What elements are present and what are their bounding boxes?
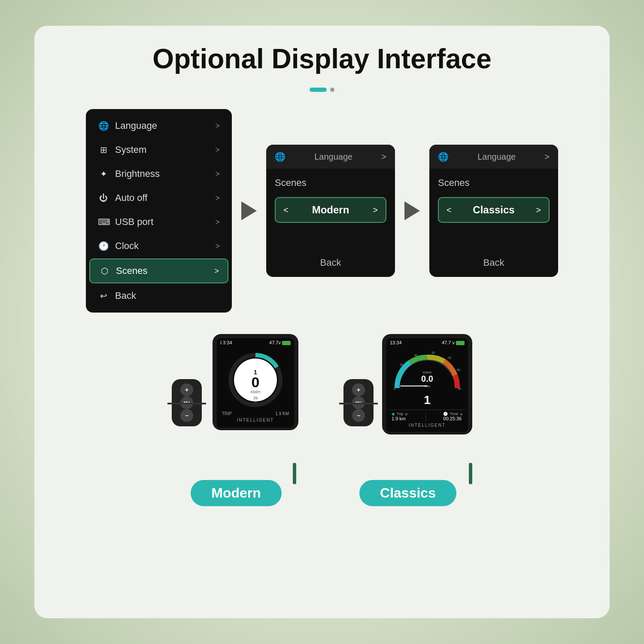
- classics-top-bar: 13:34 47.7 v: [386, 338, 468, 347]
- scene-back-classics[interactable]: Back: [438, 257, 550, 268]
- svg-text:0: 0: [252, 374, 260, 390]
- device-classics-wrapper: + MU − 13:34 47.7 v: [339, 334, 477, 506]
- menu-item-language[interactable]: 🌐 Language >: [89, 114, 228, 137]
- selector-left-arrow-classics: <: [447, 205, 452, 215]
- modern-trip-bar: TRIP 1.9 KM: [219, 410, 292, 418]
- svg-text:W: W: [254, 401, 257, 404]
- svg-text:90: 90: [458, 387, 461, 390]
- menu-item-system[interactable]: ⊞ System >: [89, 138, 228, 161]
- arrow-1: [232, 201, 266, 220]
- system-icon: ⊞: [98, 145, 109, 155]
- badge-modern: Modern: [191, 480, 282, 506]
- scene-header-label-classics: Language: [477, 152, 516, 162]
- brightness-icon: ✦: [98, 169, 109, 179]
- modern-display: 1 0 KM/H 39 W TRIP 1.9 KM: [217, 347, 294, 428]
- svg-text:0.0: 0.0: [421, 374, 433, 383]
- modern-trip-value: 1.9 KM: [275, 411, 289, 416]
- scene-back-modern[interactable]: Back: [275, 257, 386, 268]
- device-modern-wrapper: + MU − I 3:34 47.7v: [167, 334, 305, 506]
- scenes-icon: ⬡: [99, 266, 110, 276]
- device-modern-body: + MU − I 3:34 47.7v: [167, 334, 305, 471]
- modern-unit: I 3:34 47.7v: [206, 334, 305, 471]
- scene-body-classics: Scenes < Classics > Back: [429, 169, 558, 277]
- main-card: Optional Display Interface 🌐 Language > …: [34, 26, 610, 618]
- cable-connector-modern: [293, 463, 296, 484]
- page-title: Optional Display Interface: [60, 43, 584, 75]
- scene-selector-modern[interactable]: < Modern >: [275, 197, 386, 223]
- svg-text:50: 50: [431, 351, 435, 354]
- usb-icon: ⌨: [98, 217, 109, 227]
- gauge-svg: 0 20 40 50 70 80 90 KM/H: [389, 349, 466, 392]
- device-classics-body: + MU − 13:34 47.7 v: [339, 334, 477, 471]
- classics-unit: 13:34 47.7 v: [378, 334, 477, 471]
- scene-header-arrow-classics: >: [544, 152, 550, 162]
- scene-section-title-classics: Scenes: [438, 177, 550, 188]
- power-icon: ⏻: [98, 193, 109, 203]
- scene-screen-classics: 🌐 Language > Scenes < Classics > Back: [429, 145, 558, 277]
- classics-display: 0 20 40 50 70 80 90 KM/H: [386, 347, 468, 432]
- battery-icon-modern: [282, 341, 291, 345]
- menu-item-autooff[interactable]: ⏻ Auto off >: [89, 186, 228, 210]
- scene-selector-classics[interactable]: < Classics >: [438, 197, 550, 223]
- badge-classics: Classics: [359, 480, 456, 506]
- modern-trip-label: TRIP: [222, 411, 232, 416]
- modern-time: I 3:34: [220, 340, 232, 345]
- menu-item-brightness[interactable]: ✦ Brightness >: [89, 162, 228, 185]
- minus-button[interactable]: −: [180, 409, 193, 422]
- classics-trip-value: 1.9 km: [392, 416, 408, 421]
- classics-voltage: 47.7 v: [442, 340, 465, 345]
- plus-button-classics[interactable]: +: [352, 383, 365, 396]
- classics-time: 13:34: [390, 340, 402, 345]
- classics-time-value: 00:25:36: [443, 416, 463, 421]
- arrow-right-icon-2: [404, 201, 420, 220]
- classics-brand: INTELLIGENT: [388, 423, 466, 429]
- menu-item-back[interactable]: ↩ Back: [89, 284, 228, 307]
- classics-assist: 1: [388, 392, 466, 408]
- selector-right-arrow-classics: >: [536, 205, 541, 215]
- divider: [425, 412, 426, 421]
- battery-icon-classics: [456, 341, 465, 345]
- classics-time-col: 🕐 Time ◉ 00:25:36: [443, 412, 463, 421]
- dot-inactive: [330, 88, 334, 92]
- minus-button-classics[interactable]: −: [352, 409, 365, 422]
- menu-screen: 🌐 Language > ⊞ System > ✦ Brightness > ⏻…: [86, 109, 232, 313]
- dot-active: [310, 88, 327, 92]
- menu-item-scenes[interactable]: ⬡ Scenes >: [89, 258, 228, 283]
- svg-text:20: 20: [400, 363, 403, 366]
- scene-section-title-modern: Scenes: [275, 177, 386, 188]
- speedometer-svg: 1 0 KM/H 39 W: [228, 352, 283, 408]
- cable-connector-classics: [469, 463, 472, 484]
- clock-icon: 🕐: [98, 241, 109, 251]
- arrow-2: [395, 201, 429, 220]
- scene-header-arrow-modern: >: [381, 152, 386, 162]
- classics-bottom-bar: ◉ Trip ◉ 1.9 km: [388, 410, 466, 423]
- scene-header-label-modern: Language: [314, 152, 352, 162]
- modern-voltage: 47.7v: [269, 340, 291, 345]
- screens-row: 🌐 Language > ⊞ System > ✦ Brightness > ⏻…: [60, 109, 584, 313]
- classics-screen: 13:34 47.7 v: [386, 338, 468, 432]
- scene-screen-modern: 🌐 Language > Scenes < Modern > Back: [266, 145, 395, 277]
- dots-indicator: [60, 88, 584, 92]
- scene-header-modern: 🌐 Language >: [266, 145, 395, 169]
- plus-button[interactable]: +: [180, 383, 193, 396]
- svg-text:39: 39: [253, 396, 258, 400]
- scene-header-classics: 🌐 Language >: [429, 145, 558, 169]
- selector-value-modern: Modern: [312, 204, 349, 216]
- modern-screen: I 3:34 47.7v: [217, 338, 294, 428]
- classics-trip-label: Trip: [397, 412, 403, 416]
- cable-horizontal-classics: [339, 403, 378, 404]
- menu-item-usb[interactable]: ⌨ USB port >: [89, 210, 228, 234]
- selector-right-arrow-modern: >: [373, 205, 378, 215]
- scene-header-icon-classics: 🌐: [438, 152, 449, 162]
- svg-text:KM/H: KM/H: [251, 390, 261, 394]
- svg-text:40: 40: [414, 354, 418, 357]
- globe-icon: 🌐: [98, 121, 109, 131]
- modern-brand: INTELLIGENT: [237, 418, 274, 424]
- selector-left-arrow-modern: <: [283, 205, 289, 215]
- back-icon: ↩: [98, 291, 109, 301]
- svg-text:70: 70: [448, 356, 451, 359]
- classics-time-label: Time: [450, 412, 458, 416]
- arrow-right-icon: [241, 201, 257, 220]
- menu-item-clock[interactable]: 🕐 Clock >: [89, 234, 228, 258]
- devices-row: + MU − I 3:34 47.7v: [60, 334, 584, 506]
